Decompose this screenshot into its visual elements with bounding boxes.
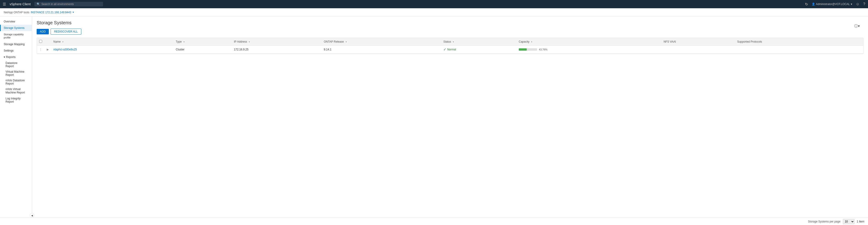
capacity-percentage: 43.76% xyxy=(539,48,547,51)
col-header-status[interactable]: Status ▾ xyxy=(441,38,517,46)
sidebar-sub-datastore-report[interactable]: Datastore Report xyxy=(0,60,32,69)
select-all-checkbox[interactable] xyxy=(39,40,42,43)
col-header-capacity[interactable]: Capacity ▾ xyxy=(517,38,661,46)
row-capacity-cell: 43.76% xyxy=(517,46,661,54)
status-normal: ✓ Normal xyxy=(443,48,514,52)
layout: Overview Storage Systems Storage capabil… xyxy=(0,17,868,225)
smiley-icon[interactable]: ☺ xyxy=(856,2,860,6)
status-check-icon: ✓ xyxy=(443,48,446,52)
sidebar: Overview Storage Systems Storage capabil… xyxy=(0,17,32,225)
row-name-cell[interactable]: ntaphci-a300e9u25 xyxy=(51,46,174,54)
search-icon: 🔍 xyxy=(37,2,40,6)
sidebar-item-settings[interactable]: Settings xyxy=(0,48,32,54)
checkbox-col-header xyxy=(37,38,44,46)
row-nfs-vaai-cell xyxy=(661,46,735,54)
status-filter-icon[interactable]: ▾ xyxy=(453,40,454,43)
row-status-cell: ✓ Normal xyxy=(441,46,517,54)
reports-chevron-icon: ▾ xyxy=(4,55,5,59)
main-content: Storage Systems ⓘ▾ ADD REDISCOVER ALL Na… xyxy=(32,17,868,225)
row-checkbox-cell: ⋮ xyxy=(37,46,44,54)
storage-system-name-link[interactable]: ntaphci-a300e9u25 xyxy=(53,48,77,51)
top-bar-right: ↻ 👤 Administrator@VCF.LOCAL ▾ ☺ ? xyxy=(805,2,865,6)
app-title: NetApp ONTAP tools xyxy=(4,11,29,14)
col-header-name[interactable]: Name ▾ xyxy=(51,38,174,46)
sidebar-item-storage-capability[interactable]: Storage capability profile xyxy=(0,31,32,41)
capacity-bar-fill xyxy=(519,48,527,51)
capacity-filter-icon[interactable]: ▾ xyxy=(531,40,532,43)
table-header-row: Name ▾ Type ▾ IP Address ▾ ONTAP Relea xyxy=(37,38,863,46)
col-header-type[interactable]: Type ▾ xyxy=(174,38,231,46)
row-more-icon[interactable]: ⋮ xyxy=(39,48,42,51)
sidebar-item-storage-systems[interactable]: Storage Systems xyxy=(0,25,32,31)
row-expand-cell[interactable]: ▶ xyxy=(44,46,51,54)
sidebar-section-reports[interactable]: ▾ Reports xyxy=(0,54,32,60)
expand-col-header xyxy=(44,38,51,46)
row-expand-icon[interactable]: ▶ xyxy=(47,48,49,51)
collapse-icon: ◀ xyxy=(31,214,33,217)
table-row: ⋮ ▶ ntaphci-a300e9u25 Cluster 172.16.9.2… xyxy=(37,46,863,54)
storage-systems-table: Name ▾ Type ▾ IP Address ▾ ONTAP Relea xyxy=(37,38,863,54)
footer: Storage Systems per page 10 25 50 100 1 … xyxy=(0,218,868,225)
search-placeholder: Search in all environments xyxy=(41,2,74,6)
item-count: 1 Item xyxy=(857,220,864,223)
col-header-protocols[interactable]: Supported Protocols xyxy=(735,38,863,46)
refresh-icon[interactable]: ↻ xyxy=(805,2,808,6)
toolbar: ADD REDISCOVER ALL xyxy=(37,29,863,35)
col-header-nfs-vaai[interactable]: NFS VAAI xyxy=(661,38,735,46)
add-button[interactable]: ADD xyxy=(37,29,49,34)
main-help-icon[interactable]: ⓘ▾ xyxy=(854,24,860,29)
menu-icon[interactable]: ☰ xyxy=(3,2,6,6)
row-protocols-cell xyxy=(735,46,863,54)
sidebar-item-overview[interactable]: Overview xyxy=(0,18,32,25)
user-menu[interactable]: 👤 Administrator@VCF.LOCAL ▾ xyxy=(812,2,852,6)
status-label: Normal xyxy=(447,48,456,51)
reports-label: Reports xyxy=(6,55,16,59)
sidebar-sub-vvols-vm[interactable]: vVols Virtual Machine Report xyxy=(0,86,32,96)
instance-link[interactable]: INSTANCE 172.21.166.149:8443 xyxy=(31,11,71,14)
name-filter-icon[interactable]: ▾ xyxy=(62,40,63,43)
capacity-bar-wrapper: 43.76% xyxy=(519,48,659,51)
row-ip-cell: 172.16.9.25 xyxy=(231,46,321,54)
instance-chevron-icon[interactable]: ▾ xyxy=(72,11,74,14)
app-name: vSphere Client xyxy=(10,2,31,6)
sub-nav: NetApp ONTAP tools INSTANCE 172.21.166.1… xyxy=(0,8,868,17)
row-ontap-cell: 9.14.1 xyxy=(321,46,441,54)
capacity-bar-background xyxy=(519,48,537,51)
help-icon[interactable]: ? xyxy=(863,2,865,6)
col-header-ip[interactable]: IP Address ▾ xyxy=(231,38,321,46)
type-filter-icon[interactable]: ▾ xyxy=(183,40,185,43)
user-icon: 👤 xyxy=(812,2,815,6)
sidebar-sub-vm-report[interactable]: Virtual Machine Report xyxy=(0,69,32,78)
footer-label: Storage Systems per page xyxy=(808,220,840,223)
user-chevron-icon: ▾ xyxy=(851,2,852,6)
per-page-select[interactable]: 10 25 50 100 xyxy=(843,219,855,224)
top-bar: ☰ vSphere Client 🔍 Search in all environ… xyxy=(0,0,868,8)
page-title: Storage Systems xyxy=(37,20,863,25)
sidebar-sub-log-integrity[interactable]: Log Integrity Report xyxy=(0,96,32,105)
rediscover-button[interactable]: REDISCOVER ALL xyxy=(51,29,81,35)
sidebar-sub-vvols-datastore[interactable]: vVols Datastore Report xyxy=(0,78,32,86)
col-header-ontap[interactable]: ONTAP Release ▾ xyxy=(321,38,441,46)
username: Administrator@VCF.LOCAL xyxy=(816,2,850,6)
ontap-filter-icon[interactable]: ▾ xyxy=(346,40,347,43)
ip-filter-icon[interactable]: ▾ xyxy=(249,40,250,43)
search-bar[interactable]: 🔍 Search in all environments xyxy=(34,2,103,6)
sidebar-item-storage-mapping[interactable]: Storage Mapping xyxy=(0,41,32,48)
row-type-cell: Cluster xyxy=(174,46,231,54)
sidebar-collapse-button[interactable]: ◀ xyxy=(30,213,34,218)
